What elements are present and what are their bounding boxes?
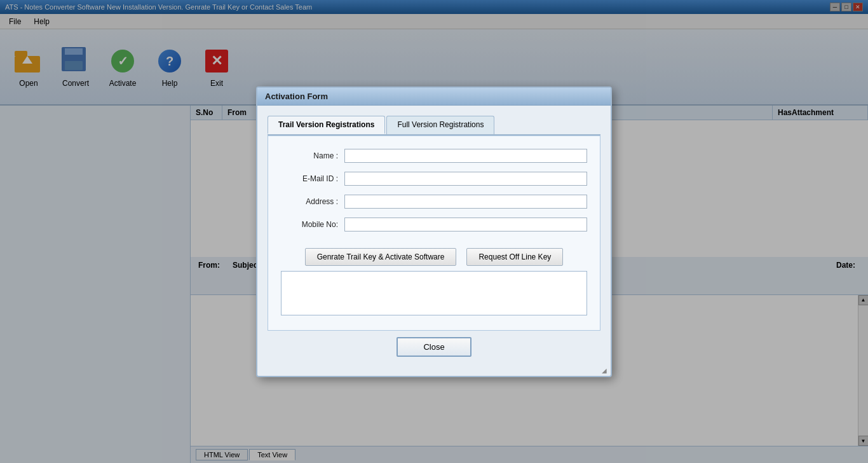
modal-tabs: Trail Version Registrations Full Version… — [268, 116, 600, 135]
modal-body: Trail Version Registrations Full Version… — [257, 106, 611, 376]
email-row: E-Mail ID : — [281, 172, 587, 186]
generate-key-button[interactable]: Genrate Trail Key & Activate Software — [305, 248, 457, 266]
name-input[interactable] — [344, 149, 587, 163]
mobile-row: Mobile No: — [281, 218, 587, 232]
tab-full-version[interactable]: Full Version Registrations — [386, 116, 494, 134]
name-label: Name : — [281, 151, 338, 160]
address-label: Address : — [281, 197, 338, 206]
modal-form: Name : E-Mail ID : Address : Mobile No: — [268, 135, 600, 331]
mobile-label: Mobile No: — [281, 220, 338, 229]
tab-trail-version[interactable]: Trail Version Registrations — [268, 116, 385, 134]
name-row: Name : — [281, 149, 587, 163]
activation-dialog: Activation Form Trail Version Registrati… — [256, 86, 612, 377]
modal-overlay: Activation Form Trail Version Registrati… — [0, 0, 868, 463]
resize-handle[interactable]: ◢ — [602, 367, 609, 375]
address-input[interactable] — [344, 195, 587, 209]
modal-title: Activation Form — [257, 88, 611, 106]
modal-textarea[interactable] — [281, 271, 587, 315]
mobile-input[interactable] — [344, 218, 587, 232]
email-label: E-Mail ID : — [281, 174, 338, 183]
request-offline-button[interactable]: Request Off Line Key — [466, 248, 563, 266]
email-input[interactable] — [344, 172, 587, 186]
modal-action-btns: Genrate Trail Key & Activate Software Re… — [281, 240, 587, 271]
modal-close-area: Close — [268, 331, 600, 366]
modal-close-button[interactable]: Close — [397, 337, 471, 357]
address-row: Address : — [281, 195, 587, 209]
